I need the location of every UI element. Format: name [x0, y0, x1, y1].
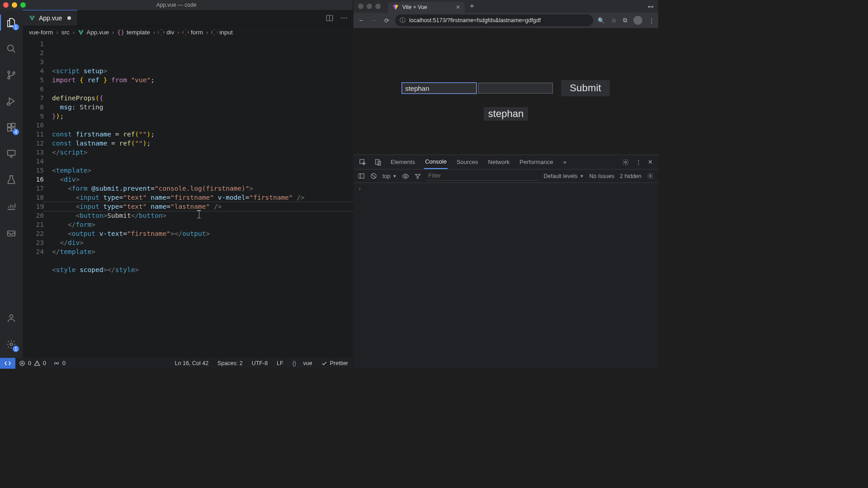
devtools-close-button[interactable]: ✕: [648, 159, 653, 165]
devtools-tab-more[interactable]: »: [562, 155, 567, 169]
gear-icon: [647, 173, 654, 179]
breadcrumb-item[interactable]: form: [183, 29, 203, 36]
window-close-button[interactable]: [358, 4, 363, 9]
editor-tab[interactable]: App.vue: [23, 10, 78, 26]
firstname-input[interactable]: [402, 83, 476, 94]
activity-extensions[interactable]: 4: [0, 119, 23, 136]
tab-close-button[interactable]: ✕: [456, 4, 460, 10]
split-icon: [326, 14, 334, 22]
user-icon: [6, 313, 16, 323]
devtools-tab-performance[interactable]: Performance: [519, 155, 554, 169]
status-indent[interactable]: Spaces: 2: [213, 360, 247, 366]
breadcrumb-item[interactable]: input: [212, 29, 233, 36]
zoom-icon[interactable]: 🔍: [598, 17, 605, 24]
window-minimize-button[interactable]: [12, 2, 17, 8]
devtools-tab-console[interactable]: Console: [424, 155, 448, 169]
svg-rect-10: [8, 231, 15, 236]
status-ports[interactable]: 0: [50, 360, 69, 366]
issues-indicator[interactable]: No Issues: [589, 173, 614, 179]
nav-forward-button[interactable]: →: [370, 17, 378, 23]
breadcrumb-item[interactable]: src: [61, 29, 70, 36]
status-formatter[interactable]: Prettier: [317, 360, 353, 366]
profile-avatar[interactable]: [633, 16, 642, 25]
live-expression-button[interactable]: [402, 173, 409, 180]
submit-button[interactable]: Submit: [561, 80, 610, 96]
code-editor[interactable]: 123456789101112131415161718192021222324 …: [23, 38, 353, 358]
breadcrumb-item[interactable]: App.vue: [78, 29, 109, 36]
window-close-button[interactable]: [3, 2, 9, 8]
activity-remote-explorer[interactable]: [0, 145, 23, 162]
breadcrumb-item[interactable]: div: [158, 29, 174, 36]
lastname-input[interactable]: [478, 83, 553, 94]
filter-icon: [415, 173, 421, 179]
device-toolbar-button[interactable]: [374, 159, 382, 166]
console-clear-button[interactable]: [370, 173, 377, 179]
window-title: App.vue — code: [156, 2, 197, 8]
log-levels-selector[interactable]: Default levels▼: [543, 173, 584, 179]
svg-point-22: [625, 161, 627, 163]
activity-testing[interactable]: [0, 172, 23, 188]
activity-debug[interactable]: [0, 93, 23, 109]
console-sidebar-toggle[interactable]: [358, 173, 365, 179]
nav-back-button[interactable]: ←: [357, 17, 365, 23]
console-filter-input[interactable]: [426, 172, 538, 181]
window-zoom-button[interactable]: [375, 4, 381, 9]
activity-scm[interactable]: [0, 67, 23, 83]
bookmark-button[interactable]: ☆: [611, 17, 617, 24]
inspect-element-button[interactable]: [359, 159, 366, 166]
status-problems[interactable]: 0 0: [15, 360, 50, 366]
expand-icon[interactable]: ⤢: [646, 1, 656, 12]
console-output[interactable]: ›: [354, 183, 658, 369]
status-cursor[interactable]: Ln 16, Col 42: [170, 360, 213, 366]
activity-bar: 1 4: [0, 10, 23, 358]
status-eol[interactable]: LF: [272, 360, 288, 366]
window-minimize-button[interactable]: [367, 4, 372, 9]
address-bar[interactable]: ⓘ localhost:5173/?firstname=fsdgfds&last…: [395, 14, 593, 26]
svg-point-12: [10, 343, 13, 346]
breadcrumb-item[interactable]: vue-form: [29, 29, 53, 36]
nav-reload-button[interactable]: ⟳: [382, 17, 391, 24]
browser-window: Vite + Vue ✕ ＋ ⤢ ← → ⟳ ⓘ localhost:5173/…: [354, 0, 658, 369]
activity-account[interactable]: [0, 310, 23, 326]
vscode-window: App.vue — code 1 4: [0, 0, 353, 369]
activity-settings[interactable]: 1: [0, 336, 23, 352]
devtools-tab-elements[interactable]: Elements: [390, 155, 416, 169]
vue-icon: [78, 29, 84, 36]
extensions-button[interactable]: ⧉: [623, 17, 627, 24]
new-tab-button[interactable]: ＋: [468, 1, 476, 12]
console-context-selector[interactable]: top▼: [382, 173, 396, 179]
code-content[interactable]: <script setup>import { ref } from "vue";…: [52, 39, 305, 358]
branch-icon: [6, 70, 16, 80]
url-text: localhost:5173/?firstname=fsdgfds&lastna…: [409, 17, 541, 23]
breadcrumbs[interactable]: vue-form › src › App.vue › {}template › …: [23, 26, 353, 38]
console-toolbar: top▼ Default levels▼ No Issues 2 hidden: [354, 169, 658, 183]
split-editor-button[interactable]: [326, 14, 334, 22]
hidden-count[interactable]: 2 hidden: [620, 173, 642, 179]
breadcrumb-item[interactable]: {}template: [117, 29, 150, 36]
activity-inbox[interactable]: [0, 224, 23, 240]
demo-form: Submit: [402, 80, 610, 96]
activity-dashboard[interactable]: [0, 198, 23, 214]
symbol-icon: [158, 29, 164, 35]
devtools-panel: Elements Console Sources Network Perform…: [354, 155, 658, 369]
traffic-lights-inactive: [354, 4, 385, 9]
chrome-menu-button[interactable]: ⋮: [649, 17, 655, 24]
console-settings-button[interactable]: [647, 173, 654, 179]
remote-indicator[interactable]: [0, 358, 15, 369]
svg-point-2: [8, 77, 10, 79]
devtools-tab-network[interactable]: Network: [487, 155, 511, 169]
devtools-menu-button[interactable]: ⋮: [636, 159, 642, 165]
site-info-icon[interactable]: ⓘ: [400, 17, 406, 24]
status-encoding[interactable]: UTF-8: [247, 360, 272, 366]
activity-search[interactable]: [0, 41, 23, 57]
devtools-tab-sources[interactable]: Sources: [456, 155, 479, 169]
chevron-right-icon: ›: [206, 29, 208, 36]
activity-explorer[interactable]: 1: [0, 14, 23, 31]
window-zoom-button[interactable]: [20, 2, 26, 8]
svg-rect-6: [8, 128, 11, 131]
browser-tab[interactable]: Vite + Vue ✕: [388, 2, 465, 13]
devtools-settings-button[interactable]: [622, 159, 629, 166]
more-actions-button[interactable]: [340, 14, 348, 22]
svg-point-14: [341, 17, 342, 18]
status-language[interactable]: {} vue: [288, 360, 317, 366]
